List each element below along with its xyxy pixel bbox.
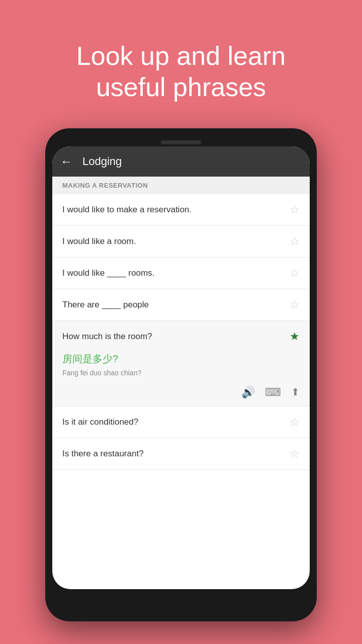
- phrase-text: I would like a room.: [62, 236, 285, 247]
- hero-title-line2: useful phrases: [96, 72, 266, 102]
- back-button[interactable]: ←: [60, 154, 72, 169]
- keyboard-icon[interactable]: ⌨: [265, 386, 281, 399]
- phrase-text: I would like ____ rooms.: [62, 268, 285, 278]
- list-item[interactable]: Is it air conditioned? ☆: [52, 407, 310, 438]
- list-item[interactable]: I would like a room. ☆: [52, 226, 310, 258]
- star-icon[interactable]: ☆: [290, 416, 300, 429]
- star-icon[interactable]: ☆: [290, 298, 300, 311]
- app-header: ← Lodging: [52, 146, 310, 177]
- phone-speaker: [161, 140, 201, 144]
- list-item[interactable]: There are ____ people ☆: [52, 289, 310, 321]
- phrase-text: There are ____ people: [62, 300, 285, 310]
- action-row: 🔊 ⌨ ⬆: [52, 381, 310, 406]
- phrase-text: I would like to make a reservation.: [62, 205, 285, 215]
- expanded-phrase-row: How much is the room? ★: [52, 321, 310, 350]
- hero-section: Look up and learn useful phrases: [0, 0, 362, 123]
- translation-chinese: 房间是多少?: [62, 352, 300, 366]
- app-title: Lodging: [82, 155, 122, 168]
- hero-title-line1: Look up and learn: [76, 41, 286, 70]
- list-item[interactable]: I would like to make a reservation. ☆: [52, 194, 310, 226]
- phone-device: ← Lodging MAKING A RESERVATION I would l…: [45, 128, 317, 621]
- list-item[interactable]: Is there a restaurant? ☆: [52, 438, 310, 470]
- star-icon[interactable]: ☆: [290, 235, 300, 248]
- list-item-expanded[interactable]: How much is the room? ★ 房间是多少? Fang fei …: [52, 321, 310, 407]
- phrase-list: I would like to make a reservation. ☆ I …: [52, 194, 310, 589]
- star-icon-filled[interactable]: ★: [290, 330, 300, 343]
- star-icon[interactable]: ☆: [290, 447, 300, 460]
- phrase-text: How much is the room?: [62, 332, 285, 342]
- translation-block: 房间是多少? Fang fei duo shao chian?: [52, 350, 310, 381]
- audio-icon[interactable]: 🔊: [241, 386, 255, 399]
- share-icon[interactable]: ⬆: [291, 386, 300, 399]
- section-header: MAKING A RESERVATION: [52, 177, 310, 194]
- phone-top-bar: [52, 135, 310, 146]
- phrase-text: Is there a restaurant?: [62, 449, 285, 459]
- phrase-text: Is it air conditioned?: [62, 417, 285, 427]
- phone-wrapper: ← Lodging MAKING A RESERVATION I would l…: [0, 123, 362, 621]
- star-icon[interactable]: ☆: [290, 267, 300, 280]
- phone-screen: ← Lodging MAKING A RESERVATION I would l…: [52, 146, 310, 589]
- translation-phonetic: Fang fei duo shao chian?: [62, 369, 300, 377]
- list-item[interactable]: I would like ____ rooms. ☆: [52, 258, 310, 289]
- star-icon[interactable]: ☆: [290, 203, 300, 216]
